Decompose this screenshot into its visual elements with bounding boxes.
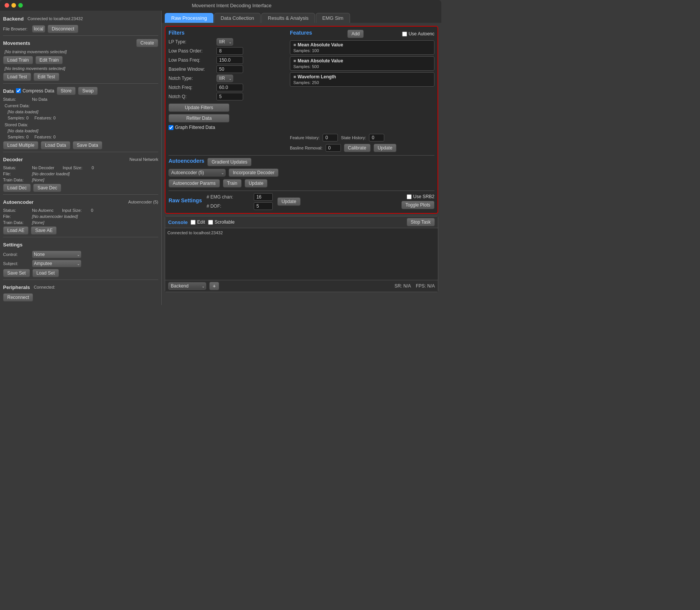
feature-name-1: Mean Absolute Value — [298, 58, 343, 64]
low-pass-freq-input[interactable] — [216, 56, 243, 64]
load-dec-button[interactable]: Load Dec — [3, 184, 31, 192]
reconnect-button[interactable]: Reconnect — [3, 293, 33, 302]
plus-button[interactable]: + — [209, 282, 219, 290]
tab-results-analysis[interactable]: Results & Analysis — [261, 13, 315, 23]
load-set-button[interactable]: Load Set — [32, 269, 59, 277]
toggle-plots-button[interactable]: Toggle Plots — [401, 201, 434, 209]
features-title: Features — [290, 30, 312, 36]
baseline-window-label: Baseline Window: — [169, 67, 214, 72]
lp-type-select[interactable]: IIR — [216, 38, 233, 46]
autoencoder-type-select[interactable]: Autoencoder (5) — [169, 169, 226, 176]
window-title: Movement Intent Decoding Interface — [27, 3, 437, 8]
console-scrollable-label[interactable]: Scrollable — [208, 219, 235, 225]
graph-filtered-label[interactable]: Graph Filtered Data — [169, 125, 287, 130]
emg-chan-label: # EMG chan: — [207, 194, 252, 200]
console-body: Connected to localhost:23432 — [165, 228, 438, 280]
data-buttons: Load Multiple Load Data Save Data — [3, 141, 158, 149]
use-srb2-label[interactable]: Use SRB2 — [407, 194, 434, 199]
autoencoder-params-button[interactable]: Autoencoder Params — [169, 179, 220, 187]
titlebar: Movement Intent Decoding Interface — [0, 0, 441, 11]
current-data-value: [No data loaded] — [8, 110, 38, 114]
features-update-button[interactable]: Update — [374, 144, 397, 152]
state-history-input[interactable] — [369, 134, 384, 141]
compress-data-checkbox[interactable] — [16, 88, 21, 93]
load-ae-button[interactable]: Load AE — [3, 226, 29, 235]
notch-type-select[interactable]: IIR — [216, 75, 233, 82]
control-select[interactable]: None — [32, 251, 81, 258]
file-browser-select[interactable]: local — [32, 25, 45, 33]
fps-value: N/A — [427, 283, 435, 289]
create-button[interactable]: Create — [136, 39, 158, 47]
low-pass-freq-label: Low Pass Freq: — [169, 57, 214, 63]
update-filters-button[interactable]: Update Filters — [169, 103, 229, 112]
dof-input[interactable] — [254, 202, 273, 210]
backend-select[interactable]: Backend — [168, 282, 206, 290]
gradient-updates-button[interactable]: Gradient Updates — [207, 158, 251, 166]
autoencoder-train-value: [None] — [32, 220, 44, 225]
calibrate-button[interactable]: Calibrate — [344, 144, 371, 152]
load-train-button[interactable]: Load Train — [3, 56, 33, 64]
baseline-window-input[interactable] — [216, 65, 243, 73]
emg-chan-input[interactable] — [254, 193, 273, 201]
refilter-data-button[interactable]: Refilter Data — [169, 114, 229, 122]
tab-raw-processing[interactable]: Raw Processing — [165, 13, 213, 23]
use-autoenc-label[interactable]: Use Autoenc — [402, 31, 434, 37]
sr-fps-display: SR: N/A FPS: N/A — [395, 283, 435, 289]
notch-q-input[interactable] — [216, 93, 243, 100]
disconnect-button[interactable]: Disconnect — [48, 25, 78, 33]
close-button[interactable] — [5, 3, 9, 8]
incorporate-decoder-button[interactable]: Incorporate Decoder — [229, 168, 278, 177]
load-data-button[interactable]: Load Data — [41, 141, 70, 149]
swap-button[interactable]: Swap — [78, 87, 98, 95]
save-data-button[interactable]: Save Data — [73, 141, 102, 149]
dof-row: # DOF: — [207, 202, 273, 210]
tab-data-collection[interactable]: Data Collection — [214, 13, 261, 23]
compress-data-label: Compress Data — [22, 88, 54, 94]
use-srb2-checkbox[interactable] — [407, 194, 412, 199]
compress-data-checkbox-label[interactable]: Compress Data — [16, 88, 54, 94]
autoencoder-train-button[interactable]: Train — [223, 179, 242, 187]
dof-label: # DOF: — [207, 203, 252, 209]
edit-test-button[interactable]: Edit Test — [33, 73, 59, 81]
stop-task-button[interactable]: Stop Task — [407, 218, 435, 226]
notch-freq-input[interactable] — [216, 84, 243, 91]
decoder-header: Decoder — [3, 157, 23, 162]
save-set-button[interactable]: Save Set — [3, 269, 30, 277]
baseline-removal-input[interactable] — [326, 144, 341, 152]
feature-minus-icon[interactable]: ■ — [293, 74, 296, 79]
autoencoder-type-select-wrapper: Autoencoder (5) — [169, 169, 226, 176]
filters-section: Filters LP Type: IIR Low Pass — [169, 30, 287, 152]
decoder-file-value: [No decoder loaded] — [32, 172, 70, 176]
data-header: Data — [3, 88, 14, 94]
save-dec-button[interactable]: Save Dec — [33, 184, 61, 192]
add-feature-button[interactable]: Add — [347, 30, 364, 38]
console-message: Connected to localhost:23432 — [167, 230, 223, 235]
load-multiple-button[interactable]: Load Multiple — [3, 141, 38, 149]
use-autoenc-checkbox[interactable] — [402, 32, 407, 37]
save-ae-button[interactable]: Save AE — [31, 226, 57, 235]
edit-train-button[interactable]: Edit Train — [35, 56, 63, 64]
store-button[interactable]: Store — [57, 87, 76, 95]
load-test-button[interactable]: Load Test — [3, 73, 31, 81]
maximize-button[interactable] — [18, 3, 23, 8]
features-bottom: Feature History: State History: — [290, 134, 434, 141]
data-status-row: Status: No Data — [3, 97, 158, 102]
console-scrollable-checkbox[interactable] — [208, 220, 213, 225]
decoder-file-label: File: — [3, 172, 30, 176]
low-pass-order-input[interactable] — [216, 47, 243, 55]
settings-control-row: Control: None — [3, 251, 158, 258]
console-edit-checkbox[interactable] — [191, 220, 196, 225]
feature-minus-icon[interactable]: ■ — [293, 58, 296, 64]
lp-type-label: LP Type: — [169, 39, 214, 44]
minimize-button[interactable] — [11, 3, 16, 8]
autoencoder-update-button[interactable]: Update — [245, 179, 268, 187]
feature-minus-icon[interactable]: ■ — [293, 42, 296, 48]
graph-filtered-checkbox[interactable] — [169, 125, 173, 130]
console-edit-label[interactable]: Edit — [191, 219, 205, 225]
autoencoder-buttons: Load AE Save AE — [3, 226, 158, 235]
feature-history-input[interactable] — [323, 134, 338, 141]
filters-title: Filters — [169, 30, 287, 36]
subject-select[interactable]: Amputee — [32, 260, 81, 267]
tab-emg-sim[interactable]: EMG Sim — [316, 13, 350, 23]
raw-settings-update-button[interactable]: Update — [277, 197, 301, 206]
